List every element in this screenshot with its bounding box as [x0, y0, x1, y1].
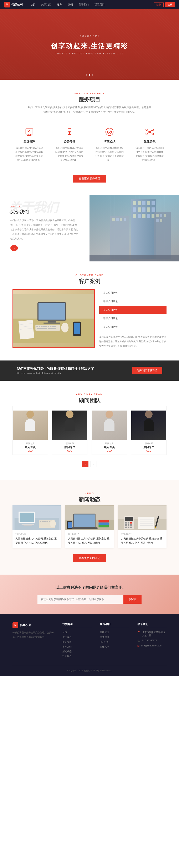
phone-icon: 📞 [137, 639, 140, 642]
svg-rect-29 [143, 208, 146, 212]
footer-link-cases[interactable]: 客户案例 [62, 645, 92, 648]
about-more-button[interactable]: › [10, 245, 18, 251]
news-image-3 [118, 505, 167, 530]
news-date-1: 2018-08-17 [16, 533, 58, 535]
cta-main-text: 我们不仅强你们提供的服务,还提供我们行业解决方案 [17, 367, 94, 371]
footer-service-performance[interactable]: 演艺经纪 [100, 641, 129, 644]
contact-input[interactable] [37, 595, 123, 603]
case-item-2[interactable]: 某某公司活动 [99, 298, 167, 305]
case-item-4[interactable]: 某某公司活动 [99, 315, 167, 322]
footer-link-home[interactable]: 首页 [62, 631, 92, 634]
about-desc: 公司自成立以来,一直致力于为客户提供优质的品牌管理、公关传播、演艺经纪等服务。我… [10, 218, 79, 241]
nav-item-cases[interactable]: 案例 [67, 2, 74, 7]
svg-rect-39 [160, 214, 162, 217]
case-item-3[interactable]: 某某公司活动 [99, 306, 167, 314]
svg-rect-38 [156, 214, 159, 217]
service-name-4: 媒体关系 [135, 140, 164, 144]
footer-phone-text: 010-12345678 [142, 639, 157, 642]
contact-submit-button[interactable]: 点留言 [123, 595, 142, 603]
svg-rect-45 [116, 218, 119, 221]
team-card-4: 顾问专员 顾问专员 CEO [131, 406, 167, 455]
team-role-2: 顾问专员 [55, 442, 85, 445]
hero-section: 首页 / 服务 / 创享 创享动起来,生活更精彩 CREATE A BETTER… [0, 9, 179, 80]
case-img-inner [13, 290, 94, 347]
svg-point-9 [106, 128, 113, 135]
cases-title: 客户案例 [12, 278, 167, 285]
team-info-3: 顾问专员 顾问专员 CEO [92, 440, 127, 455]
about-left: 关于我们 ABOUT US 关于我们 公司自成立以来,一直致力于为客户提供优质的… [0, 195, 90, 261]
team-card-3: 顾问专员 顾问专员 CEO [92, 406, 127, 455]
svg-rect-65 [37, 328, 47, 329]
about-section: 关于我们 ABOUT US 关于我们 公司自成立以来,一直致力于为客户提供优质的… [0, 195, 179, 261]
news-date-3: 2018-08-17 [121, 533, 163, 535]
pr-icon [64, 127, 75, 137]
footer-link-about[interactable]: 关于我们 [62, 636, 92, 639]
news-body-2: 2018-08-17 人民日报描述八个关键词 重新定位 重要作用 化人 化人 网… [65, 530, 113, 548]
team-card-2: 顾问专员 顾问专员 CEO [52, 406, 87, 455]
person-head-3 [105, 410, 113, 418]
svg-rect-54 [44, 323, 60, 324]
svg-rect-103 [125, 522, 127, 524]
svg-rect-111 [130, 527, 132, 528]
service-text-4: 我们拥有广泛的媒体资源,能够为客户提供全方位的媒体关系服务,帮助客户与媒体建立良… [135, 146, 164, 162]
footer-service-pr[interactable]: 公关传播 [100, 636, 129, 639]
team-prev-button[interactable]: ‹ [82, 461, 88, 467]
nav-item-service[interactable]: 服务 [56, 2, 63, 7]
svg-rect-107 [128, 524, 129, 526]
svg-rect-63 [52, 326, 54, 327]
service-more-button[interactable]: 查看更多服务项目 [73, 175, 106, 183]
svg-rect-79 [22, 524, 34, 525]
service-text-1: 我们始终致力于为客户提供最优质的品牌管理服务,帮助客户建立和维护其品牌形象,提升… [15, 146, 44, 162]
building-image [90, 195, 179, 261]
service-name-2: 公关传播 [55, 140, 84, 144]
svg-rect-42 [160, 219, 162, 222]
svg-rect-31 [152, 208, 155, 212]
footer-link-contact[interactable]: 联系我们 [62, 655, 92, 658]
logo-icon: M [4, 2, 10, 7]
service-grid: 品牌管理 我们始终致力于为客户提供最优质的品牌管理服务,帮助客户建立和维护其品牌… [12, 123, 167, 166]
news-title-2: 人民日报描述八个关键词 重新定位 重要作用 化人 化人 网站公示代 [68, 536, 111, 545]
svg-rect-26 [152, 201, 155, 205]
svg-rect-85 [46, 521, 48, 522]
team-name-1: 顾问专员 [15, 445, 45, 449]
dot-3[interactable] [92, 74, 93, 75]
footer-service-media[interactable]: 媒体关系 [100, 645, 129, 648]
svg-rect-93 [71, 527, 97, 529]
svg-rect-74 [74, 323, 80, 334]
footer-col-contact: 联系我们 📍 北京市朝阳区某某街道某某大厦 📞 010-12345678 ✉ i… [137, 622, 167, 659]
nav-item-about2[interactable]: 关于我们 [77, 2, 90, 7]
footer-link-service[interactable]: 服务项目 [62, 641, 92, 644]
svg-rect-44 [112, 218, 115, 221]
news-body-3: 2018-08-17 人民日报描述八个关键词 重新定位 重要作用 化人 化人 网… [118, 530, 167, 548]
dot-2[interactable] [89, 74, 90, 75]
team-name-3: 顾问专员 [94, 445, 124, 449]
news-more-button[interactable]: 查看更多新闻动态 [73, 554, 106, 562]
case-list: 某某公司活动 某某公司活动 某某公司活动 某某公司活动 某某公司活动 我们为客户… [99, 289, 167, 348]
svg-rect-80 [24, 525, 32, 526]
case-item-5[interactable]: 某某公司活动 [99, 323, 167, 331]
svg-rect-109 [125, 527, 127, 528]
cases-content: 某某公司活动 某某公司活动 某某公司活动 某某公司活动 某某公司活动 我们为客户… [12, 289, 167, 348]
navbar-logo: M 传媒公司 [4, 2, 23, 7]
svg-rect-108 [130, 524, 132, 526]
dot-1[interactable] [86, 74, 87, 75]
register-button[interactable]: 注册 [165, 2, 175, 7]
cta-button[interactable]: 联系我们了解详情 [132, 367, 162, 374]
person-body-3 [104, 419, 114, 431]
svg-rect-53 [48, 321, 56, 323]
media-icon [145, 127, 155, 137]
footer-service-brand[interactable]: 品牌管理 [100, 631, 129, 634]
svg-rect-30 [147, 208, 150, 212]
nav-item-contact[interactable]: 联系我们 [93, 2, 106, 7]
team-role-3: 顾问专员 [94, 442, 124, 445]
team-next-button[interactable]: › [91, 461, 97, 467]
case-item-1[interactable]: 某某公司活动 [99, 289, 167, 297]
nav-item-about[interactable]: 关于我们 [40, 2, 52, 7]
login-button[interactable]: 登录 [154, 2, 163, 7]
team-position-3: CEO [94, 450, 124, 452]
cta-banner: 我们不仅强你们提供的服务,还提供我们行业解决方案 Welcome to our … [0, 361, 179, 381]
team-section: ADVISORY TEAM 顾问团队 顾问专员 顾问专员 CEO [0, 381, 179, 480]
nav-item-home[interactable]: 首页 [29, 2, 36, 7]
svg-rect-106 [125, 524, 127, 526]
footer-link-news[interactable]: 新闻动态 [62, 650, 92, 653]
